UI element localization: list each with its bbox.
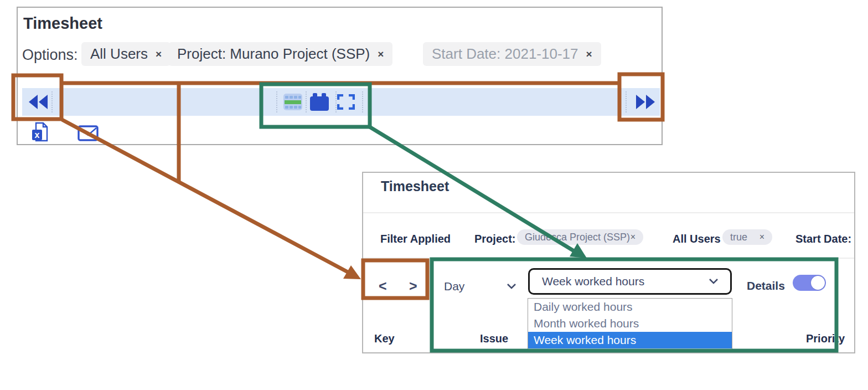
- export-excel-button[interactable]: x: [32, 122, 49, 145]
- page-title: Timesheet: [23, 14, 102, 33]
- dropdown-option-daily[interactable]: Daily worked hours: [528, 299, 732, 315]
- toolbar-separator: [276, 91, 277, 112]
- toggle-knob: [811, 276, 825, 290]
- excel-export-icon: x: [32, 122, 49, 142]
- chip-close-icon[interactable]: ×: [631, 232, 636, 242]
- calendar-icon: [310, 93, 329, 111]
- period-select[interactable]: Day: [444, 280, 516, 293]
- chip-close-icon[interactable]: ×: [378, 48, 384, 60]
- rewind-icon: [29, 95, 49, 109]
- next-period-button[interactable]: >: [409, 278, 417, 294]
- toolbar-separator: [51, 91, 53, 112]
- worked-hours-view-select[interactable]: Week worked hours: [528, 268, 732, 295]
- divider: [363, 212, 854, 213]
- column-header-issue: Issue: [480, 332, 508, 345]
- chip-label: Project: Murano Project (SSP): [177, 45, 370, 63]
- filter-chip-all-users[interactable]: All Users ×: [81, 42, 170, 66]
- send-email-button[interactable]: [78, 125, 99, 143]
- chevron-down-icon: [709, 279, 718, 284]
- timesheet-grid-icon: [283, 94, 302, 110]
- dropdown-option-week[interactable]: Week worked hours: [528, 332, 732, 348]
- screenshot-stage: Timesheet Options: All Users × Project: …: [0, 0, 868, 390]
- chip-label: true: [730, 232, 747, 243]
- fullscreen-icon: [337, 94, 355, 110]
- column-header-priority: Priority: [806, 332, 845, 345]
- filter-chip-project[interactable]: Giudecca Project (SSP) ×: [517, 229, 643, 245]
- column-header-key: Key: [374, 332, 395, 345]
- filter-chip-project[interactable]: Project: Murano Project (SSP) ×: [168, 42, 392, 66]
- page-title: Timesheet: [381, 178, 449, 194]
- calendar-view-button[interactable]: [307, 88, 332, 116]
- details-toggle[interactable]: [793, 275, 826, 291]
- project-filter-label: Project:: [474, 233, 515, 245]
- timesheet-panel-old: Timesheet Options: All Users × Project: …: [17, 7, 663, 145]
- next-period-button[interactable]: [634, 88, 656, 116]
- chip-label: All Users: [90, 45, 148, 63]
- dropdown-option-month[interactable]: Month worked hours: [528, 315, 732, 332]
- previous-period-button[interactable]: <: [379, 278, 387, 294]
- previous-period-button[interactable]: [28, 88, 50, 116]
- toolbar-separator: [362, 91, 363, 112]
- filter-applied-label: Filter Applied: [380, 233, 451, 245]
- chip-label: Giudecca Project (SSP): [525, 232, 630, 243]
- fullscreen-button[interactable]: [333, 88, 359, 116]
- toolbar-separator: [626, 91, 627, 112]
- chip-close-icon[interactable]: ×: [586, 48, 592, 60]
- arrowhead-brown: [343, 265, 361, 279]
- svg-text:x: x: [35, 130, 40, 140]
- start-date-filter-label: Start Date:: [795, 233, 851, 245]
- chip-close-icon[interactable]: ×: [760, 232, 764, 242]
- worked-hours-dropdown-menu: Daily worked hours Month worked hours We…: [528, 298, 732, 350]
- timesheet-toolbar: [22, 88, 660, 116]
- chip-close-icon[interactable]: ×: [156, 48, 162, 60]
- options-label: Options:: [22, 47, 78, 64]
- timesheet-grid-view-button[interactable]: [280, 88, 306, 116]
- period-select-value: Day: [444, 280, 464, 293]
- timesheet-panel-new: Timesheet Filter Applied Project: Giudec…: [362, 172, 855, 353]
- filter-chip-start-date[interactable]: Start Date: 2021-10-17 ×: [423, 42, 601, 66]
- chip-label: Start Date: 2021-10-17: [432, 45, 578, 63]
- chevron-down-icon: [507, 284, 516, 289]
- all-users-filter-label: All Users: [673, 233, 721, 245]
- details-label: Details: [747, 279, 785, 292]
- filter-chip-all-users-true[interactable]: true ×: [722, 229, 772, 245]
- divider: [363, 258, 854, 259]
- view-select-value: Week worked hours: [542, 275, 644, 288]
- email-icon: [78, 125, 99, 141]
- fast-forward-icon: [635, 95, 655, 109]
